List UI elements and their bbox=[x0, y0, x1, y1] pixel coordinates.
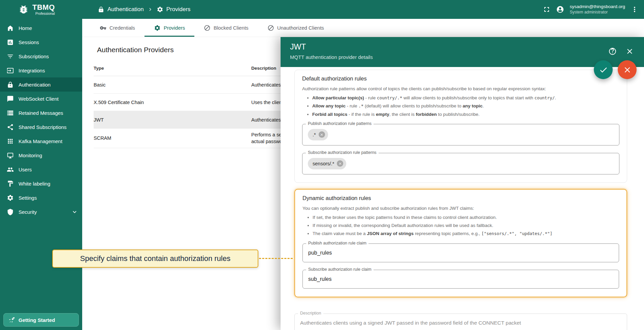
description-field: Description Authenticates clients using … bbox=[294, 314, 627, 330]
subscribe-claim-field[interactable]: Subscribe authorization rule claim bbox=[302, 270, 619, 289]
sidebar-item-shared-subscriptions[interactable]: Shared Subscriptions bbox=[0, 120, 82, 134]
more-vertical-icon[interactable] bbox=[631, 5, 639, 13]
user-role: System administrator bbox=[570, 10, 625, 15]
sidebar-item-kafka-management[interactable]: Kafka Management bbox=[0, 134, 82, 148]
sidebar-item-white-labeling[interactable]: White labeling bbox=[0, 176, 82, 191]
section-intro: You can optionally extract publish and s… bbox=[302, 206, 619, 211]
rule-bullet: If missing or invalid, the corresponding… bbox=[313, 222, 619, 229]
block-icon bbox=[204, 25, 211, 31]
sidebar-item-label: White labeling bbox=[19, 181, 50, 187]
apps-grid-icon bbox=[7, 138, 14, 145]
bullet-segment: .* bbox=[358, 103, 363, 108]
logo-subtitle: Professional bbox=[35, 12, 55, 15]
help-icon[interactable] bbox=[608, 47, 617, 56]
lock-icon bbox=[98, 6, 104, 13]
sidebar-item-label: Users bbox=[19, 167, 32, 172]
sidebar-item-label: Shared Subscriptions bbox=[19, 124, 67, 130]
pattern-chip[interactable]: sensors/.* × bbox=[308, 158, 346, 169]
field-label: Publish authorization rule claim bbox=[306, 241, 368, 245]
sidebar-item-monitoring[interactable]: Monitoring bbox=[0, 148, 82, 162]
chip-remove-icon[interactable]: × bbox=[319, 131, 325, 138]
chip-label: sensors/.* bbox=[313, 161, 334, 166]
sidebar-item-websocket-client[interactable]: WebSocket Client bbox=[0, 92, 82, 106]
avatar[interactable] bbox=[556, 5, 564, 13]
filter-icon bbox=[7, 53, 14, 60]
getting-started-label: Getting Started bbox=[19, 317, 55, 323]
tab-blocked-clients[interactable]: Blocked Clients bbox=[194, 19, 258, 37]
publish-rule-patterns-field[interactable]: Publish authorization rule patterns .* × bbox=[302, 124, 619, 145]
chip-label: .* bbox=[313, 132, 316, 137]
column-header-type[interactable]: Type bbox=[94, 66, 251, 71]
chart-icon bbox=[7, 39, 14, 46]
cell-type: SCRAM bbox=[94, 135, 251, 141]
people-icon bbox=[7, 166, 14, 173]
share-icon bbox=[7, 124, 14, 131]
tab-credentials[interactable]: Credentials bbox=[90, 19, 144, 37]
sidebar-item-home[interactable]: Home bbox=[0, 21, 82, 35]
gear-icon bbox=[7, 194, 14, 201]
subscribe-rule-patterns-field[interactable]: Subscribe authorization rule patterns se… bbox=[302, 153, 619, 174]
unauthorized-icon bbox=[267, 25, 274, 31]
subscribe-claim-input[interactable] bbox=[308, 276, 613, 282]
bullet-segment: JSON array of strings bbox=[367, 231, 414, 236]
bullet-segment: forbidden bbox=[416, 112, 437, 117]
bullet-segment: If set, the broker uses the topic patter… bbox=[313, 215, 497, 220]
bullet-segment: will allow clients to publish/subscribe … bbox=[402, 95, 534, 100]
bullet-segment: (default) will allow clients to publish/… bbox=[363, 103, 462, 108]
paint-icon bbox=[7, 180, 14, 187]
tbmq-logo[interactable]: TBMQ Professional bbox=[0, 4, 82, 15]
tbmq-bug-logo-icon bbox=[18, 4, 29, 15]
jwt-provider-drawer: JWT MQTT authentication provider details… bbox=[281, 37, 644, 330]
bullet-segment: . bbox=[483, 103, 484, 108]
field-label: Publish authorization rule patterns bbox=[306, 121, 374, 126]
bullet-segment: representing topic patterns, e.g., bbox=[414, 231, 481, 236]
breadcrumb-authentication[interactable]: Authentication bbox=[98, 6, 144, 13]
breadcrumb-providers[interactable]: Providers bbox=[157, 6, 191, 13]
drawer-title: JWT bbox=[290, 42, 373, 52]
close-icon bbox=[623, 65, 632, 74]
pattern-chip[interactable]: .* × bbox=[308, 129, 328, 140]
sidebar-item-label: Sessions bbox=[19, 39, 39, 45]
sidebar-item-label: Authentication bbox=[19, 82, 51, 88]
storage-icon bbox=[7, 109, 14, 117]
sidebar-item-label: Retained Messages bbox=[19, 110, 63, 116]
key-icon bbox=[100, 25, 106, 31]
sidebar-item-integrations[interactable]: Integrations bbox=[0, 63, 82, 77]
rules-list: If set, the broker uses the topic patter… bbox=[302, 214, 619, 237]
bullet-segment: Forbid all topics bbox=[312, 112, 347, 117]
sidebar-item-retained-messages[interactable]: Retained Messages bbox=[0, 106, 82, 120]
field-label: Subscribe authorization rule patterns bbox=[306, 150, 379, 155]
tab-label: Credentials bbox=[109, 25, 135, 31]
sidebar-item-users[interactable]: Users bbox=[0, 162, 82, 176]
sidebar-item-authentication[interactable]: Authentication bbox=[0, 77, 82, 92]
confirm-button[interactable] bbox=[594, 60, 613, 79]
sidebar-item-subscriptions[interactable]: Subscriptions bbox=[0, 49, 82, 63]
cancel-button[interactable] bbox=[618, 60, 637, 79]
close-icon[interactable] bbox=[625, 47, 634, 56]
bullet-segment: country/ bbox=[535, 95, 555, 100]
tab-unauthorized-clients[interactable]: Unauthorized Clients bbox=[258, 19, 333, 37]
sidebar-item-label: Integrations bbox=[19, 68, 45, 73]
monitor-icon bbox=[7, 152, 14, 159]
chip-remove-icon[interactable]: × bbox=[337, 160, 343, 167]
bullet-segment: The claim value must be a bbox=[313, 231, 367, 236]
home-icon bbox=[7, 25, 14, 32]
publish-claim-input[interactable] bbox=[308, 250, 613, 256]
user-menu[interactable]: sysadmin@thingsboard.org System administ… bbox=[570, 4, 625, 15]
section-title: Default authorization rules bbox=[302, 75, 619, 82]
sidebar-item-settings[interactable]: Settings bbox=[0, 191, 82, 205]
sidebar-item-security[interactable]: Security bbox=[0, 205, 82, 219]
sidebar-item-label: Subscriptions bbox=[19, 54, 49, 59]
bullet-segment: country/.* bbox=[377, 95, 402, 100]
bullet-segment: , the client is bbox=[389, 112, 416, 117]
bullet-segment: . bbox=[555, 95, 556, 100]
publish-claim-field[interactable]: Publish authorization rule claim bbox=[302, 243, 619, 262]
fullscreen-icon[interactable] bbox=[543, 5, 551, 13]
tab-providers[interactable]: Providers bbox=[144, 19, 194, 37]
sidebar-item-sessions[interactable]: Sessions bbox=[0, 35, 82, 49]
top-header: TBMQ Professional Authentication Provide… bbox=[0, 0, 644, 19]
rule-bullet: Allow any topic - rule .* (default) will… bbox=[312, 103, 619, 109]
getting-started-button[interactable]: Getting Started bbox=[3, 313, 79, 327]
chevron-down-icon[interactable] bbox=[71, 208, 78, 216]
sidebar-item-label: Settings bbox=[19, 195, 37, 201]
